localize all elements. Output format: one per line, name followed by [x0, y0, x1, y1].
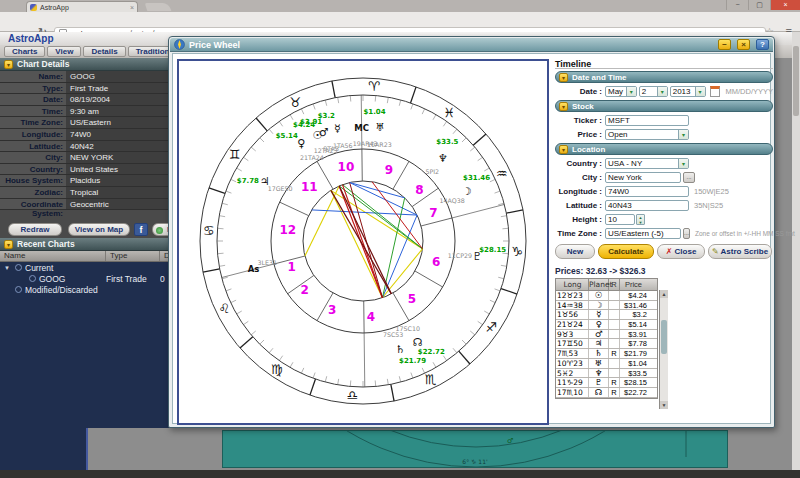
- table-scrollbar-thumb[interactable]: [661, 320, 667, 354]
- menu-tab-view[interactable]: View: [47, 46, 81, 57]
- house-number: 10: [338, 160, 355, 174]
- collapse-icon[interactable]: ▾: [559, 73, 568, 82]
- expander-icon[interactable]: ▼: [4, 265, 12, 271]
- browser-tab[interactable]: AstroApp ×: [26, 1, 138, 12]
- price-table-row[interactable]: 17♊50♃$7.78: [556, 339, 657, 349]
- scrollbar-thumb[interactable]: [793, 46, 799, 116]
- country-select[interactable]: USA - NY▾: [605, 158, 689, 169]
- city-input[interactable]: [605, 172, 681, 183]
- column-long[interactable]: Long: [556, 279, 589, 290]
- calendar-icon[interactable]: [710, 86, 721, 97]
- collapse-icon[interactable]: ▾: [559, 102, 568, 111]
- window-restore-button[interactable]: ▢: [748, 0, 770, 10]
- collapse-icon[interactable]: ▾: [4, 240, 13, 249]
- close-button[interactable]: ✗ Close: [657, 244, 705, 259]
- year-select[interactable]: 2013▾: [670, 86, 706, 97]
- zodiac-sign-glyph: ♋: [203, 223, 215, 238]
- menu-tab-charts[interactable]: Charts: [4, 46, 45, 57]
- scroll-down-icon[interactable]: ▼: [660, 401, 668, 409]
- price-table-row[interactable]: 5♓2♆$33.5: [556, 369, 657, 379]
- zodiac-sign-glyph: ♈: [368, 79, 380, 94]
- location-section-header[interactable]: ▾ Location: [555, 143, 773, 155]
- price-label: Price :: [555, 130, 605, 139]
- new-tab-button[interactable]: [145, 3, 172, 11]
- timezone-input[interactable]: [605, 228, 681, 239]
- price-table-row[interactable]: 1♉56☿$3.2: [556, 310, 657, 320]
- planet-position-label: 21TA24: [300, 154, 324, 161]
- price-table-row[interactable]: 17♏10☊R$22.72: [556, 388, 657, 398]
- timezone-label: Time Zone :: [555, 229, 605, 238]
- stock-section-header[interactable]: ▾ Stock: [555, 100, 773, 112]
- redraw-button[interactable]: Redraw: [8, 223, 62, 236]
- chart-circle-icon: [15, 264, 22, 271]
- price-table-row[interactable]: 9♉3♂$3.91: [556, 330, 657, 340]
- price-select[interactable]: Open▾: [605, 129, 689, 140]
- long-cell: 12♉23: [556, 291, 589, 300]
- recent-chart-label: Current: [25, 263, 53, 273]
- height-input[interactable]: [605, 214, 635, 225]
- price-table-row[interactable]: 7♏53♄R$21.79: [556, 349, 657, 359]
- column-type[interactable]: Type: [106, 251, 160, 261]
- price-table-row[interactable]: 14♒38☽$31.46: [556, 301, 657, 311]
- facebook-share-button[interactable]: f: [134, 223, 148, 236]
- latitude-input[interactable]: [605, 200, 689, 211]
- month-select[interactable]: May▾: [605, 86, 637, 97]
- recent-chart-name: ▼Current: [0, 263, 106, 273]
- price-table-row[interactable]: 11♑29♇R$28.15: [556, 378, 657, 388]
- planet-glyph-cell: ♅: [589, 359, 609, 368]
- background-wheel-arcs: 6° ♑ 11'♂: [223, 431, 727, 467]
- window-close-button[interactable]: ×: [770, 0, 800, 10]
- view-on-map-button[interactable]: View on Map: [68, 223, 130, 236]
- price-table-header: Long Planet R Price: [556, 279, 657, 291]
- longitude-hint: 150W|E25: [694, 187, 729, 196]
- collapse-icon[interactable]: ▾: [559, 145, 568, 154]
- scroll-up-icon[interactable]: ▲: [660, 290, 668, 298]
- timezone-lookup-button[interactable]: ...: [683, 228, 690, 239]
- planet-position-label: 11CP29: [448, 252, 472, 259]
- menu-tab-details[interactable]: Details: [83, 46, 125, 57]
- chart-point-position: 19AR43: [353, 140, 378, 147]
- price-table-row[interactable]: 10♈23♅$1.04: [556, 359, 657, 369]
- city-row: City : ...: [555, 172, 773, 183]
- dialog-help-button[interactable]: ?: [756, 39, 769, 50]
- zodiac-sign-glyph: ♒: [496, 166, 508, 181]
- price-table-row[interactable]: 21♉24♀$5.14: [556, 320, 657, 330]
- day-select[interactable]: 2▾: [639, 86, 668, 97]
- tab-close-icon[interactable]: ×: [130, 4, 134, 11]
- planet-position-label: 7SC53: [383, 331, 403, 338]
- price-table-row[interactable]: 12♉23☉$4.24: [556, 291, 657, 301]
- chevron-down-icon: ▾: [626, 87, 636, 96]
- calculate-button[interactable]: Calculate: [598, 244, 654, 259]
- planet-glyph-cell: ☉: [589, 291, 609, 300]
- zodiac-sign-glyph: ♍: [271, 362, 283, 377]
- window-minimize-button[interactable]: −: [726, 0, 748, 10]
- dialog-body: ♈♉♊♋♌♍♎♏♐♑♒♓123456789101112☉12TA23$4.24☽…: [172, 53, 771, 424]
- column-price[interactable]: Price: [620, 279, 648, 290]
- planet-price-label: $31.46: [463, 174, 490, 182]
- ticker-input[interactable]: [605, 115, 689, 126]
- retrograde-cell: [609, 359, 620, 368]
- height-spinner[interactable]: ▲▼: [636, 214, 645, 225]
- column-name[interactable]: Name: [0, 251, 106, 261]
- column-r[interactable]: R: [609, 279, 620, 290]
- longitude-input[interactable]: [605, 186, 689, 197]
- wheel-panel: ♈♉♊♋♌♍♎♏♐♑♒♓123456789101112☉12TA23$4.24☽…: [177, 59, 549, 425]
- retrograde-cell: [609, 320, 620, 329]
- house-number: 1: [287, 260, 295, 274]
- planet-glyph-cell: ☽: [589, 301, 609, 310]
- chart-point-position: 3LE31: [258, 259, 278, 266]
- city-lookup-button[interactable]: ...: [683, 172, 695, 183]
- collapse-icon[interactable]: ▾: [4, 60, 13, 69]
- column-planet[interactable]: Planet: [589, 279, 609, 290]
- ticker-row: Ticker :: [555, 115, 773, 126]
- dialog-titlebar[interactable]: Price Wheel − × ?: [170, 38, 773, 52]
- dialog-close-button[interactable]: ×: [737, 39, 750, 50]
- price-cell: $28.15: [620, 378, 648, 387]
- new-button[interactable]: New: [555, 244, 595, 259]
- table-scrollbar[interactable]: ▲ ▼: [659, 290, 668, 409]
- field-label: City:: [0, 152, 66, 163]
- browser-scrollbar[interactable]: [792, 32, 800, 470]
- astro-scribe-button[interactable]: ✎ Astro Scribe: [708, 244, 772, 259]
- date-time-section-header[interactable]: ▾ Date and Time: [555, 71, 773, 83]
- dialog-minimize-button[interactable]: −: [718, 39, 731, 50]
